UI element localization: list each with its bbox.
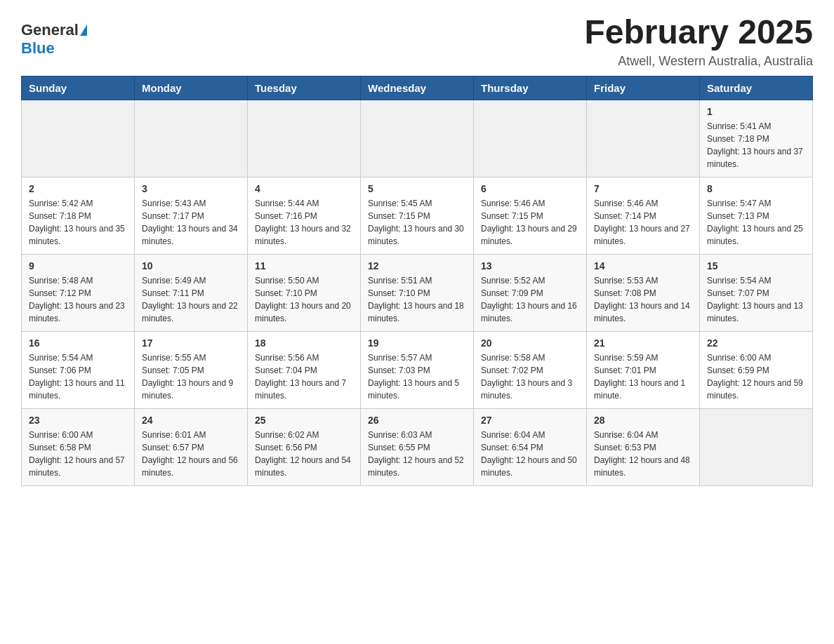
day-number: 20 bbox=[481, 337, 579, 349]
day-number: 8 bbox=[707, 183, 805, 194]
day-info: Sunrise: 5:41 AM Sunset: 7:18 PM Dayligh… bbox=[707, 120, 805, 170]
day-info: Sunrise: 5:50 AM Sunset: 7:10 PM Dayligh… bbox=[255, 274, 353, 325]
calendar-cell: 19Sunrise: 5:57 AM Sunset: 7:03 PM Dayli… bbox=[361, 331, 474, 408]
day-info: Sunrise: 5:42 AM Sunset: 7:18 PM Dayligh… bbox=[29, 197, 127, 248]
title-section: February 2025 Atwell, Western Australia,… bbox=[584, 14, 813, 69]
day-number: 3 bbox=[142, 183, 240, 194]
calendar-cell: 11Sunrise: 5:50 AM Sunset: 7:10 PM Dayli… bbox=[248, 254, 361, 331]
day-number: 26 bbox=[368, 415, 466, 426]
calendar-cell: 23Sunrise: 6:00 AM Sunset: 6:58 PM Dayli… bbox=[22, 408, 135, 485]
week-row-2: 2Sunrise: 5:42 AM Sunset: 7:18 PM Daylig… bbox=[22, 177, 813, 254]
calendar-cell: 20Sunrise: 5:58 AM Sunset: 7:02 PM Dayli… bbox=[474, 331, 587, 408]
calendar-cell: 24Sunrise: 6:01 AM Sunset: 6:57 PM Dayli… bbox=[135, 408, 248, 485]
calendar-cell bbox=[22, 100, 135, 177]
weekday-header-saturday: Saturday bbox=[700, 76, 813, 100]
calendar-cell: 27Sunrise: 6:04 AM Sunset: 6:54 PM Dayli… bbox=[474, 408, 587, 485]
day-info: Sunrise: 6:03 AM Sunset: 6:55 PM Dayligh… bbox=[368, 429, 466, 479]
calendar-cell bbox=[248, 100, 361, 177]
day-number: 17 bbox=[142, 337, 240, 349]
day-number: 5 bbox=[368, 183, 466, 194]
week-row-1: 1Sunrise: 5:41 AM Sunset: 7:18 PM Daylig… bbox=[22, 100, 813, 177]
day-number: 11 bbox=[255, 260, 353, 271]
calendar-cell: 21Sunrise: 5:59 AM Sunset: 7:01 PM Dayli… bbox=[587, 331, 700, 408]
day-number: 6 bbox=[481, 183, 579, 194]
day-number: 9 bbox=[29, 260, 127, 271]
day-number: 27 bbox=[481, 415, 579, 426]
day-number: 13 bbox=[481, 260, 579, 271]
day-info: Sunrise: 5:51 AM Sunset: 7:10 PM Dayligh… bbox=[368, 274, 466, 325]
calendar-cell: 1Sunrise: 5:41 AM Sunset: 7:18 PM Daylig… bbox=[700, 100, 813, 177]
weekday-header-row: SundayMondayTuesdayWednesdayThursdayFrid… bbox=[22, 76, 813, 100]
day-info: Sunrise: 5:45 AM Sunset: 7:15 PM Dayligh… bbox=[368, 197, 466, 248]
day-number: 19 bbox=[368, 337, 466, 349]
day-number: 16 bbox=[29, 337, 127, 349]
day-info: Sunrise: 6:04 AM Sunset: 6:54 PM Dayligh… bbox=[481, 429, 579, 479]
day-info: Sunrise: 5:56 AM Sunset: 7:04 PM Dayligh… bbox=[255, 351, 353, 402]
day-number: 1 bbox=[707, 106, 805, 117]
day-number: 10 bbox=[142, 260, 240, 271]
calendar-cell: 6Sunrise: 5:46 AM Sunset: 7:15 PM Daylig… bbox=[474, 177, 587, 254]
day-info: Sunrise: 5:58 AM Sunset: 7:02 PM Dayligh… bbox=[481, 351, 579, 402]
day-number: 28 bbox=[594, 415, 692, 426]
day-number: 2 bbox=[29, 183, 127, 194]
weekday-header-friday: Friday bbox=[587, 76, 700, 100]
day-number: 18 bbox=[255, 337, 353, 349]
calendar-cell bbox=[135, 100, 248, 177]
calendar-cell: 8Sunrise: 5:47 AM Sunset: 7:13 PM Daylig… bbox=[700, 177, 813, 254]
week-row-3: 9Sunrise: 5:48 AM Sunset: 7:12 PM Daylig… bbox=[22, 254, 813, 331]
day-info: Sunrise: 5:55 AM Sunset: 7:05 PM Dayligh… bbox=[142, 351, 240, 402]
logo-general-text: General bbox=[21, 21, 79, 39]
calendar-cell: 14Sunrise: 5:53 AM Sunset: 7:08 PM Dayli… bbox=[587, 254, 700, 331]
calendar-cell bbox=[361, 100, 474, 177]
day-number: 25 bbox=[255, 415, 353, 426]
day-info: Sunrise: 5:54 AM Sunset: 7:06 PM Dayligh… bbox=[29, 351, 127, 402]
calendar-cell: 13Sunrise: 5:52 AM Sunset: 7:09 PM Dayli… bbox=[474, 254, 587, 331]
calendar-cell: 18Sunrise: 5:56 AM Sunset: 7:04 PM Dayli… bbox=[248, 331, 361, 408]
logo: General Blue bbox=[21, 21, 87, 58]
day-info: Sunrise: 5:52 AM Sunset: 7:09 PM Dayligh… bbox=[481, 274, 579, 325]
calendar-cell: 5Sunrise: 5:45 AM Sunset: 7:15 PM Daylig… bbox=[361, 177, 474, 254]
week-row-4: 16Sunrise: 5:54 AM Sunset: 7:06 PM Dayli… bbox=[22, 331, 813, 408]
calendar-cell: 25Sunrise: 6:02 AM Sunset: 6:56 PM Dayli… bbox=[248, 408, 361, 485]
day-info: Sunrise: 5:59 AM Sunset: 7:01 PM Dayligh… bbox=[594, 351, 692, 402]
calendar-cell bbox=[474, 100, 587, 177]
day-number: 22 bbox=[707, 337, 805, 349]
weekday-header-thursday: Thursday bbox=[474, 76, 587, 100]
day-number: 14 bbox=[594, 260, 692, 271]
day-info: Sunrise: 5:49 AM Sunset: 7:11 PM Dayligh… bbox=[142, 274, 240, 325]
calendar-cell: 10Sunrise: 5:49 AM Sunset: 7:11 PM Dayli… bbox=[135, 254, 248, 331]
calendar-cell: 28Sunrise: 6:04 AM Sunset: 6:53 PM Dayli… bbox=[587, 408, 700, 485]
week-row-5: 23Sunrise: 6:00 AM Sunset: 6:58 PM Dayli… bbox=[22, 408, 813, 485]
calendar-table: SundayMondayTuesdayWednesdayThursdayFrid… bbox=[21, 76, 813, 486]
day-number: 21 bbox=[594, 337, 692, 349]
day-info: Sunrise: 5:53 AM Sunset: 7:08 PM Dayligh… bbox=[594, 274, 692, 325]
day-info: Sunrise: 6:01 AM Sunset: 6:57 PM Dayligh… bbox=[142, 429, 240, 479]
logo-triangle-icon bbox=[80, 25, 87, 36]
day-number: 12 bbox=[368, 260, 466, 271]
calendar-cell: 26Sunrise: 6:03 AM Sunset: 6:55 PM Dayli… bbox=[361, 408, 474, 485]
day-number: 24 bbox=[142, 415, 240, 426]
day-info: Sunrise: 6:04 AM Sunset: 6:53 PM Dayligh… bbox=[594, 429, 692, 479]
calendar-cell: 22Sunrise: 6:00 AM Sunset: 6:59 PM Dayli… bbox=[700, 331, 813, 408]
day-info: Sunrise: 5:43 AM Sunset: 7:17 PM Dayligh… bbox=[142, 197, 240, 248]
calendar-cell: 2Sunrise: 5:42 AM Sunset: 7:18 PM Daylig… bbox=[22, 177, 135, 254]
day-number: 7 bbox=[594, 183, 692, 194]
month-title: February 2025 bbox=[584, 14, 813, 51]
weekday-header-sunday: Sunday bbox=[22, 76, 135, 100]
calendar-cell: 12Sunrise: 5:51 AM Sunset: 7:10 PM Dayli… bbox=[361, 254, 474, 331]
day-info: Sunrise: 5:47 AM Sunset: 7:13 PM Dayligh… bbox=[707, 197, 805, 248]
day-info: Sunrise: 5:54 AM Sunset: 7:07 PM Dayligh… bbox=[707, 274, 805, 325]
day-info: Sunrise: 5:44 AM Sunset: 7:16 PM Dayligh… bbox=[255, 197, 353, 248]
calendar-cell: 4Sunrise: 5:44 AM Sunset: 7:16 PM Daylig… bbox=[248, 177, 361, 254]
day-info: Sunrise: 6:00 AM Sunset: 6:59 PM Dayligh… bbox=[707, 351, 805, 402]
day-info: Sunrise: 6:02 AM Sunset: 6:56 PM Dayligh… bbox=[255, 429, 353, 479]
calendar-cell: 9Sunrise: 5:48 AM Sunset: 7:12 PM Daylig… bbox=[22, 254, 135, 331]
day-number: 23 bbox=[29, 415, 127, 426]
calendar-cell: 3Sunrise: 5:43 AM Sunset: 7:17 PM Daylig… bbox=[135, 177, 248, 254]
day-info: Sunrise: 5:46 AM Sunset: 7:15 PM Dayligh… bbox=[481, 197, 579, 248]
weekday-header-monday: Monday bbox=[135, 76, 248, 100]
weekday-header-tuesday: Tuesday bbox=[248, 76, 361, 100]
day-info: Sunrise: 5:46 AM Sunset: 7:14 PM Dayligh… bbox=[594, 197, 692, 248]
calendar-cell: 7Sunrise: 5:46 AM Sunset: 7:14 PM Daylig… bbox=[587, 177, 700, 254]
day-number: 15 bbox=[707, 260, 805, 271]
